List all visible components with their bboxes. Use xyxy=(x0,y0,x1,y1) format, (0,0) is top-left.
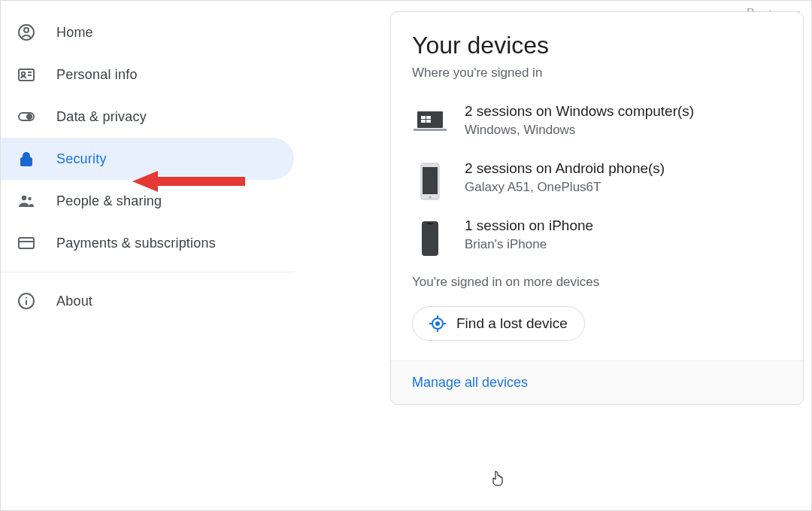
svg-point-10 xyxy=(28,197,31,200)
more-devices: You're signed in on more devices xyxy=(412,275,782,290)
device-sub: Brian's iPhone xyxy=(465,237,593,252)
sidebar-item-about[interactable]: About xyxy=(1,280,294,322)
sidebar-item-payments[interactable]: Payments & subscriptions xyxy=(1,222,294,264)
lock-icon xyxy=(17,150,35,168)
sidebar-item-label: About xyxy=(56,294,92,309)
svg-point-15 xyxy=(26,297,27,299)
sidebar-item-label: People & sharing xyxy=(56,193,162,209)
svg-rect-28 xyxy=(427,223,433,224)
svg-rect-23 xyxy=(414,129,447,131)
svg-point-30 xyxy=(435,321,440,326)
device-row[interactable]: 2 sessions on Windows computer(s) Window… xyxy=(412,103,782,142)
device-title: 1 session on iPhone xyxy=(465,217,593,234)
svg-point-9 xyxy=(22,196,26,200)
sidebar-item-security[interactable]: Security xyxy=(1,138,294,180)
id-card-icon xyxy=(17,65,35,84)
devices-card: Your devices Where you're signed in 2 se… xyxy=(390,11,804,405)
svg-rect-22 xyxy=(426,120,431,123)
people-icon xyxy=(17,192,35,210)
device-title: 2 sessions on Windows computer(s) xyxy=(465,103,694,120)
sidebar-item-label: Personal info xyxy=(56,67,138,83)
device-sub: Windows, Windows xyxy=(465,123,694,138)
svg-rect-19 xyxy=(421,116,426,119)
manage-all-devices-link[interactable]: Manage all devices xyxy=(412,375,528,390)
svg-rect-27 xyxy=(422,221,438,256)
svg-point-7 xyxy=(27,114,32,119)
svg-rect-20 xyxy=(426,116,431,119)
windows-device-icon xyxy=(412,106,448,142)
sidebar-item-label: Data & privacy xyxy=(56,109,147,125)
iphone-device-icon xyxy=(412,221,448,257)
sidebar-item-home[interactable]: Home xyxy=(1,11,294,53)
sidebar-item-label: Security xyxy=(56,151,107,167)
device-row[interactable]: 2 sessions on Android phone(s) Galaxy A5… xyxy=(412,160,782,199)
card-title: Your devices xyxy=(412,32,782,59)
device-sub: Galaxy A51, OnePlus6T xyxy=(465,180,665,195)
sidebar-item-data-privacy[interactable]: Data & privacy xyxy=(1,96,294,138)
card-subtitle: Where you're signed in xyxy=(412,65,782,81)
device-title: 2 sessions on Android phone(s) xyxy=(465,160,665,177)
sidebar: Home Personal info Data & privacy Securi… xyxy=(1,11,294,322)
device-row[interactable]: 1 session on iPhone Brian's iPhone xyxy=(412,217,782,257)
android-device-icon xyxy=(412,163,448,199)
svg-rect-11 xyxy=(19,238,34,248)
info-icon xyxy=(17,292,35,310)
svg-point-26 xyxy=(429,196,432,199)
divider xyxy=(1,272,294,272)
home-icon xyxy=(17,23,35,41)
card-footer: Manage all devices xyxy=(391,360,803,404)
svg-rect-25 xyxy=(423,167,438,194)
sidebar-item-label: Payments & subscriptions xyxy=(56,236,216,251)
svg-rect-8 xyxy=(21,158,32,166)
sidebar-item-label: Home xyxy=(56,25,93,41)
find-button-label: Find a lost device xyxy=(456,315,568,332)
svg-point-3 xyxy=(22,72,25,75)
cursor-icon xyxy=(492,470,504,487)
sidebar-item-personal-info[interactable]: Personal info xyxy=(1,53,294,96)
svg-rect-21 xyxy=(421,120,426,123)
svg-point-1 xyxy=(24,28,29,32)
find-lost-device-button[interactable]: Find a lost device xyxy=(412,306,585,341)
sidebar-item-people-sharing[interactable]: People & sharing xyxy=(1,180,294,222)
toggle-icon xyxy=(17,108,35,126)
card-icon xyxy=(17,234,35,252)
target-icon xyxy=(429,315,446,332)
